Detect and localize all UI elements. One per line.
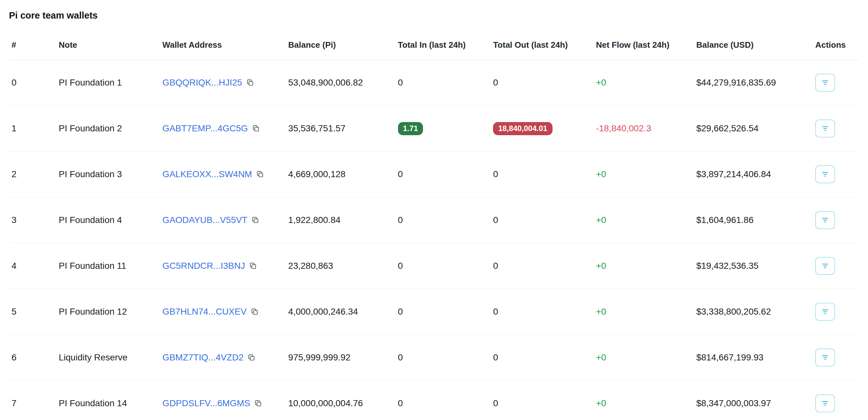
balance-usd: $29,662,526.54 (692, 106, 811, 151)
total-out: 0 (489, 197, 592, 243)
total-in: 0 (394, 151, 490, 197)
wallet-note: PI Foundation 11 (55, 243, 158, 289)
net-flow: +0 (592, 197, 693, 243)
wallet-note: PI Foundation 4 (55, 197, 158, 243)
copy-icon[interactable] (252, 124, 260, 133)
row-actions-button[interactable] (815, 165, 835, 183)
row-index: 1 (9, 106, 55, 151)
wallet-address-link[interactable]: GC5RNDCR...I3BNJ (162, 261, 245, 271)
balance-pi: 975,999,999.92 (284, 335, 394, 381)
wallet-address-cell: GAODAYUB...V55VT (159, 197, 284, 243)
column-header-balance-pi: Balance (Pi) (284, 32, 394, 60)
row-actions-button[interactable] (815, 211, 835, 229)
actions-cell (811, 197, 859, 243)
column-header-actions: Actions (811, 32, 859, 60)
total-in: 0 (394, 289, 490, 335)
wallet-address-link[interactable]: GABT7EMP...4GC5G (162, 123, 248, 134)
actions-cell (811, 335, 859, 381)
copy-icon[interactable] (246, 79, 254, 87)
row-actions-button[interactable] (815, 394, 835, 412)
total-out-badge: 18,840,004.01 (493, 122, 552, 135)
row-actions-button[interactable] (815, 303, 835, 321)
wallet-address-cell: GB7HLN74...CUXEV (159, 289, 284, 335)
row-actions-button[interactable] (815, 119, 835, 137)
copy-icon[interactable] (247, 353, 256, 362)
row-index: 3 (9, 197, 55, 243)
balance-usd: $8,347,000,003.97 (692, 381, 811, 420)
table-row: 6Liquidity ReserveGBMZ7TIQ...4VZD2975,99… (9, 335, 859, 381)
balance-pi: 4,000,000,246.34 (284, 289, 394, 335)
table-row: 4PI Foundation 11GC5RNDCR...I3BNJ23,280,… (9, 243, 859, 289)
wallet-address-cell: GBQQRIQK...HJI25 (159, 60, 284, 106)
total-in: 0 (394, 60, 490, 106)
balance-pi: 23,280,863 (284, 243, 394, 289)
table-row: 3PI Foundation 4GAODAYUB...V55VT1,922,80… (9, 197, 859, 243)
filter-icon (820, 399, 830, 408)
wallet-address-link[interactable]: GB7HLN74...CUXEV (162, 307, 247, 317)
copy-icon[interactable] (251, 216, 259, 224)
wallet-note: Liquidity Reserve (55, 335, 158, 381)
total-out: 0 (489, 60, 592, 106)
filter-icon (820, 261, 830, 271)
row-actions-button[interactable] (815, 74, 835, 92)
filter-icon (820, 78, 830, 87)
wallet-note: PI Foundation 14 (55, 381, 158, 420)
wallet-address-link[interactable]: GBQQRIQK...HJI25 (162, 78, 242, 88)
balance-usd: $19,432,536.35 (692, 243, 811, 289)
row-index: 5 (9, 289, 55, 335)
net-flow: +0 (592, 243, 693, 289)
row-actions-button[interactable] (815, 348, 835, 366)
actions-cell (811, 289, 859, 335)
wallet-address-cell: GC5RNDCR...I3BNJ (159, 243, 284, 289)
wallet-address-link[interactable]: GDPDSLFV...6MGMS (162, 398, 250, 409)
copy-icon[interactable] (250, 308, 259, 316)
wallet-address-link[interactable]: GBMZ7TIQ...4VZD2 (162, 353, 244, 363)
table-row: 2PI Foundation 3GALKEOXX...SW4NM4,669,00… (9, 151, 859, 197)
wallet-address-cell: GDPDSLFV...6MGMS (159, 381, 284, 420)
total-in: 0 (394, 197, 490, 243)
total-out: 0 (489, 243, 592, 289)
actions-cell (811, 381, 859, 420)
column-header-total-in-last-24h: Total In (last 24h) (394, 32, 490, 60)
balance-usd: $1,604,961.86 (692, 197, 811, 243)
filter-icon (820, 124, 830, 133)
actions-cell (811, 60, 859, 106)
total-out: 18,840,004.01 (489, 106, 592, 151)
actions-cell (811, 243, 859, 289)
table-header-row: #NoteWallet AddressBalance (Pi)Total In … (9, 32, 859, 60)
row-index: 2 (9, 151, 55, 197)
filter-icon (820, 170, 830, 179)
column-header-wallet-address: Wallet Address (159, 32, 284, 60)
filter-icon (820, 307, 830, 316)
column-header-balance-usd: Balance (USD) (692, 32, 811, 60)
table-row: 5PI Foundation 12GB7HLN74...CUXEV4,000,0… (9, 289, 859, 335)
balance-pi: 35,536,751.57 (284, 106, 394, 151)
table-body: 0PI Foundation 1GBQQRIQK...HJI2553,048,9… (9, 60, 859, 420)
copy-icon[interactable] (254, 399, 262, 408)
team-wallets-table: #NoteWallet AddressBalance (Pi)Total In … (9, 32, 859, 420)
balance-pi: 10,000,000,004.76 (284, 381, 394, 420)
wallet-address-link[interactable]: GAODAYUB...V55VT (162, 215, 248, 225)
row-index: 6 (9, 335, 55, 381)
column-header-net-flow-last-24h: Net Flow (last 24h) (592, 32, 693, 60)
net-flow: +0 (592, 381, 693, 420)
actions-cell (811, 106, 859, 151)
wallet-address-cell: GBMZ7TIQ...4VZD2 (159, 335, 284, 381)
total-in: 0 (394, 243, 490, 289)
total-in: 0 (394, 381, 490, 420)
copy-icon[interactable] (249, 262, 257, 270)
table-row: 7PI Foundation 14GDPDSLFV...6MGMS10,000,… (9, 381, 859, 420)
copy-icon[interactable] (256, 170, 264, 178)
filter-icon (820, 216, 830, 225)
balance-usd: $3,897,214,406.84 (692, 151, 811, 197)
row-index: 7 (9, 381, 55, 420)
wallet-address-link[interactable]: GALKEOXX...SW4NM (162, 169, 252, 179)
actions-cell (811, 151, 859, 197)
wallet-note: PI Foundation 3 (55, 151, 158, 197)
balance-pi: 53,048,900,006.82 (284, 60, 394, 106)
balance-pi: 4,669,000,128 (284, 151, 394, 197)
wallet-address-cell: GABT7EMP...4GC5G (159, 106, 284, 151)
wallet-note: PI Foundation 2 (55, 106, 158, 151)
row-actions-button[interactable] (815, 257, 835, 275)
column-header-note: Note (55, 32, 158, 60)
